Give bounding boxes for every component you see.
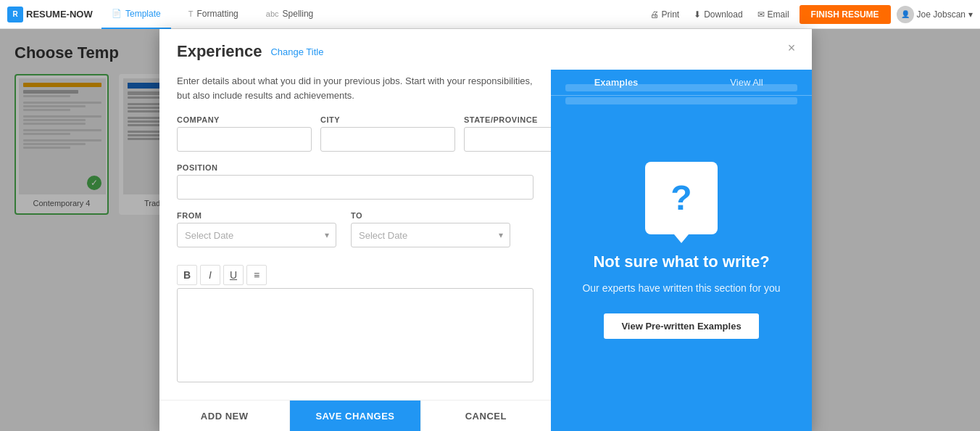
question-icon-box: ?	[645, 162, 718, 234]
right-panel-tabs: Examples View All	[551, 70, 812, 96]
print-button[interactable]: 🖨 Print	[646, 7, 684, 22]
save-changes-button[interactable]: SAVE CHANGES	[290, 401, 420, 431]
date-row: FROM Select Date ▾ TO	[177, 211, 533, 247]
company-label: COMPANY	[177, 115, 312, 124]
city-input[interactable]	[320, 127, 455, 152]
position-row: POSITION	[177, 163, 533, 200]
from-date-select[interactable]: Select Date	[177, 223, 336, 247]
city-group: CITY	[320, 115, 455, 152]
nav-actions: 🖨 Print ⬇ Download ✉ Email FINISH RESUME…	[646, 5, 973, 24]
description-textarea[interactable]	[177, 288, 533, 382]
from-date-select-wrap: Select Date ▾	[177, 223, 336, 247]
tab-formatting[interactable]: T Formatting	[178, 0, 249, 29]
print-icon: 🖨	[650, 9, 659, 20]
city-label: CITY	[320, 115, 455, 124]
company-input[interactable]	[177, 127, 312, 152]
state-input[interactable]	[464, 127, 551, 152]
right-panel-heading: Not sure what to write?	[593, 252, 769, 273]
italic-button[interactable]: I	[200, 265, 220, 285]
download-button[interactable]: ⬇ Download	[689, 7, 747, 22]
user-menu[interactable]: 👤 Joe Jobscan ▾	[897, 6, 973, 23]
avatar: 👤	[897, 6, 914, 23]
bold-button[interactable]: B	[177, 265, 197, 285]
to-date-select[interactable]: Select Date	[351, 223, 510, 247]
from-label: FROM	[177, 211, 336, 220]
tab-examples[interactable]: Examples	[551, 70, 681, 95]
company-city-state-row: COMPANY CITY STATE/PROVINCE	[177, 115, 533, 152]
speech-tail	[674, 234, 689, 243]
right-panel: Examples View All ? Not sure what to wri…	[551, 70, 812, 431]
chevron-down-icon: ▾	[968, 9, 973, 20]
question-mark-icon: ?	[670, 181, 692, 216]
email-button[interactable]: ✉ Email	[753, 7, 794, 22]
modal-inner: Enter details about what you did in your…	[159, 70, 812, 431]
cancel-button[interactable]: CANCEL	[420, 401, 551, 431]
blur-row-2	[565, 97, 797, 104]
to-date-select-wrap: Select Date ▾	[351, 223, 510, 247]
position-group: POSITION	[177, 163, 533, 200]
modal-body: Enter details about what you did in your…	[159, 70, 551, 400]
list-button[interactable]: ≡	[246, 265, 267, 285]
template-icon: 📄	[112, 9, 122, 18]
modal-description: Enter details about what you did in your…	[177, 70, 533, 102]
finish-resume-button[interactable]: FINISH RESUME	[800, 5, 891, 24]
experience-modal: Experience Change Title × Enter details …	[159, 29, 812, 431]
state-label: STATE/PROVINCE	[464, 115, 551, 124]
editor-toolbar: B I U ≡	[177, 259, 533, 288]
company-group: COMPANY	[177, 115, 312, 152]
modal-overlay: Experience Change Title × Enter details …	[0, 29, 980, 431]
modal-form-panel: Enter details about what you did in your…	[159, 70, 551, 431]
to-date-group: TO Select Date ▾	[351, 211, 510, 247]
from-date-group: FROM Select Date ▾	[177, 211, 336, 247]
underline-button[interactable]: U	[223, 265, 244, 285]
add-new-button[interactable]: ADD NEW	[159, 401, 290, 431]
change-title-link[interactable]: Change Title	[270, 46, 323, 57]
formatting-icon: T	[188, 9, 194, 18]
close-button[interactable]: ×	[783, 39, 800, 57]
position-input[interactable]	[177, 175, 533, 200]
position-label: POSITION	[177, 163, 533, 172]
view-examples-button[interactable]: View Pre-written Examples	[604, 313, 758, 339]
tab-view-all[interactable]: View All	[681, 70, 812, 95]
to-label: TO	[351, 211, 510, 220]
email-icon: ✉	[757, 9, 765, 20]
topbar: R RESUME-NOW 📄 Template T Formatting abc…	[0, 0, 980, 29]
logo-icon: R	[7, 7, 23, 22]
state-group: STATE/PROVINCE	[464, 115, 551, 152]
modal-title: Experience	[177, 42, 262, 61]
modal-header: Experience Change Title ×	[159, 29, 812, 70]
modal-footer: ADD NEW SAVE CHANGES CANCEL	[159, 400, 551, 431]
download-icon: ⬇	[694, 9, 701, 20]
tab-spelling[interactable]: abc Spelling	[256, 0, 323, 29]
spelling-icon: abc	[266, 9, 279, 18]
right-panel-sub: Our experts have written this section fo…	[582, 281, 780, 296]
logo[interactable]: R RESUME-NOW	[7, 7, 94, 22]
tab-template[interactable]: 📄 Template	[101, 0, 171, 29]
